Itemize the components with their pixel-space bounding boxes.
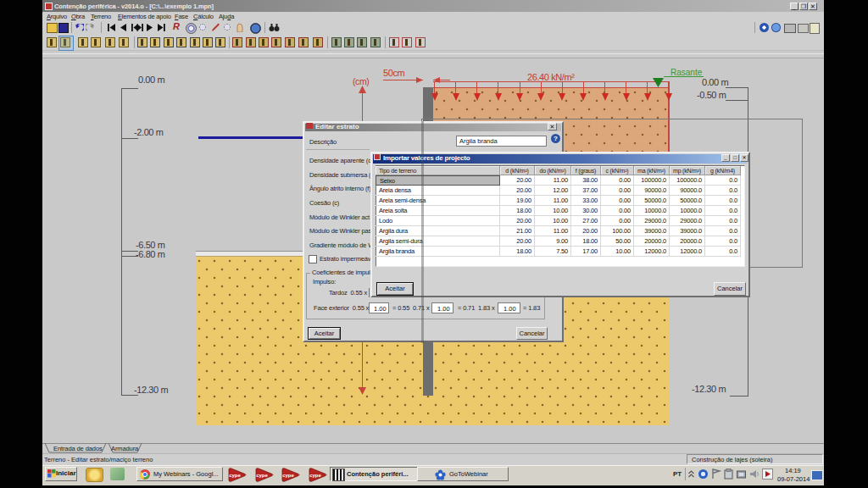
svg-text:cype: cype: [282, 473, 294, 478]
svg-text:cype: cype: [229, 473, 241, 478]
svg-text:cype: cype: [256, 473, 268, 478]
svg-text:cype: cype: [309, 473, 321, 478]
